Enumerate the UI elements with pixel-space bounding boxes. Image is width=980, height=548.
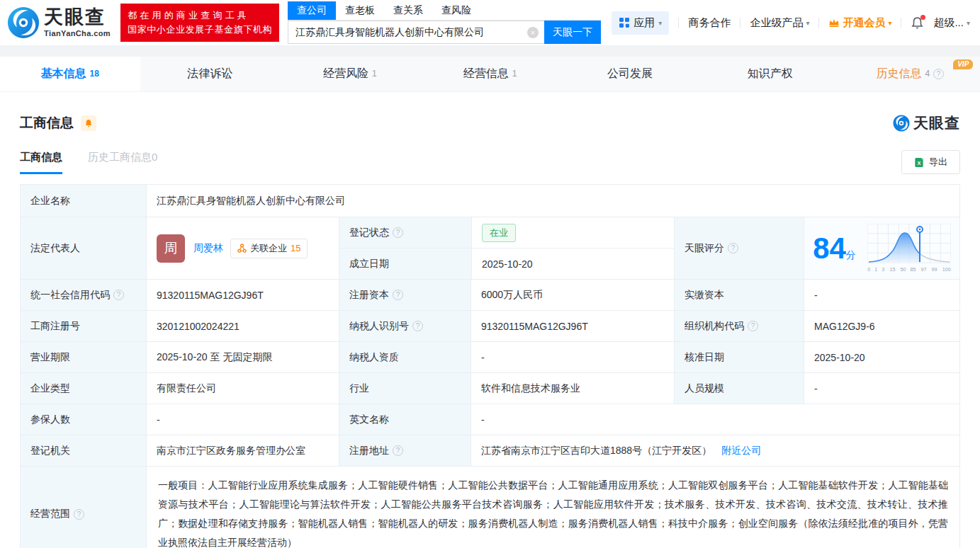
- field-label: 核准日期: [674, 342, 804, 372]
- main-content: 工商信息 天眼查 工商信息 历史工商信息0 X: [0, 113, 980, 548]
- help-icon[interactable]: ?: [113, 290, 124, 300]
- tab-label: 知识产权: [748, 67, 793, 81]
- axis-tick: 0: [867, 266, 870, 272]
- apps-grid-icon: [619, 17, 630, 28]
- field-label: 成立日期: [339, 249, 471, 279]
- field-label: 工商注册号: [21, 311, 146, 341]
- axis-tick: 100: [942, 266, 950, 272]
- tab-basic-info[interactable]: 基本信息 18: [0, 57, 140, 91]
- bell-icon: [84, 119, 93, 128]
- reg-address-cell: 江苏省南京市江宁区吉印大道1888号（江宁开发区） 附近公司: [471, 435, 959, 466]
- nav-open-vip[interactable]: 开通会员 ▾: [828, 16, 891, 30]
- subtab-count: 0: [152, 151, 157, 163]
- apps-label: 应用: [633, 16, 655, 30]
- tab-intellectual-property[interactable]: 知识产权: [700, 57, 840, 91]
- help-icon[interactable]: ?: [393, 290, 403, 300]
- search-tab-risk[interactable]: 查风险: [432, 1, 480, 20]
- avatar[interactable]: 周: [157, 234, 185, 263]
- axis-tick: 15: [889, 266, 895, 272]
- tab-label: 历史信息: [876, 67, 921, 81]
- help-icon[interactable]: ?: [748, 321, 758, 331]
- top-bar: 天眼查 TianYanCha.com 都在用的商业查询工具 国家中小企业发展子基…: [0, 0, 980, 45]
- crown-icon: [828, 18, 840, 28]
- tab-legal[interactable]: 法律诉讼: [140, 57, 281, 91]
- clear-search-icon[interactable]: ×: [527, 27, 539, 38]
- user-menu[interactable]: 超级... ▾: [933, 16, 970, 30]
- nearby-companies-link[interactable]: 附近公司: [721, 445, 761, 457]
- staff-size-value: -: [804, 373, 959, 404]
- nav-enterprise[interactable]: 企业级产品 ▾: [750, 16, 809, 30]
- table-row-company-type: 企业类型 有限责任公司 行业 软件和信息技术服务业 人员规模 -: [21, 372, 959, 404]
- search-row: × 天眼一下: [288, 21, 601, 44]
- promo-banner: 都在用的商业查询工具 国家中小企业发展子基金旗下机构: [120, 4, 279, 42]
- excel-icon: X: [914, 157, 924, 168]
- help-icon[interactable]: ?: [393, 227, 403, 238]
- apps-menu[interactable]: 应用 ▾: [612, 11, 669, 35]
- notification-dot: [920, 15, 925, 20]
- credit-code-value: 91320115MAG12GJ96T: [146, 280, 339, 310]
- industry-value: 软件和信息技术服务业: [471, 373, 674, 404]
- score-axis-labels: 0 1 3 15 50 85 97 99 100: [867, 266, 951, 273]
- export-button[interactable]: X 导出: [901, 150, 960, 174]
- field-label-text: 登记状态: [349, 227, 389, 239]
- help-icon[interactable]: ?: [412, 321, 423, 331]
- subscribe-bell-button[interactable]: [81, 115, 96, 131]
- tab-company-development[interactable]: 公司发展: [560, 57, 700, 91]
- field-label: 经营范围 ?: [21, 467, 146, 548]
- search-tabs: 查公司 查老板 查关系 查风险: [288, 1, 601, 21]
- page-gap-band: [0, 45, 980, 57]
- promo-line1: 都在用的商业查询工具: [128, 8, 272, 23]
- notifications-bell[interactable]: [911, 16, 924, 30]
- search-tab-boss[interactable]: 查老板: [336, 1, 384, 20]
- tab-history-info[interactable]: VIP 历史信息 4 ?: [840, 57, 980, 91]
- reg-capital-value: 6000万人民币: [471, 280, 674, 310]
- tab-operating-info[interactable]: 经营信息 1: [420, 57, 561, 91]
- field-label: 统一社会信用代码 ?: [21, 280, 146, 310]
- chevron-down-icon: ▾: [658, 19, 662, 27]
- business-info-table: 企业名称 江苏鼎汇具身智能机器人创新中心有限公司 法定代表人 周 周爱林 关联企…: [20, 184, 960, 548]
- related-companies-badge[interactable]: 关联企业 15: [230, 239, 308, 258]
- field-label: 登记状态 ?: [339, 217, 471, 248]
- axis-tick: 99: [931, 266, 937, 272]
- logo-swirl-icon: [7, 6, 40, 39]
- help-icon[interactable]: ?: [393, 445, 403, 456]
- section-header: 工商信息 天眼查: [20, 113, 960, 133]
- field-label-text: 组织机构代码: [685, 320, 744, 333]
- field-label: 组织机构代码 ?: [674, 311, 804, 341]
- field-label-text: 注册资本: [349, 289, 389, 302]
- search-button[interactable]: 天眼一下: [544, 21, 601, 44]
- business-term-value: 2025-10-20 至 无固定期限: [146, 342, 339, 372]
- search-tab-relation[interactable]: 查关系: [384, 1, 432, 20]
- help-icon[interactable]: ?: [74, 509, 84, 520]
- brand-name: 天眼查: [44, 8, 111, 27]
- help-icon[interactable]: ?: [728, 243, 738, 253]
- field-label: 企业名称: [21, 185, 146, 217]
- field-label: 实缴资本: [674, 280, 804, 310]
- tab-count: 4: [925, 69, 930, 79]
- tianyan-score-cell[interactable]: 84分: [804, 217, 959, 279]
- brand-domain: TianYanCha.com: [44, 30, 111, 38]
- org-code-value: MAG12GJ9-6: [804, 311, 959, 341]
- table-row-reg-authority: 登记机关 南京市江宁区政务服务管理办公室 注册地址 ? 江苏省南京市江宁区吉印大…: [21, 435, 959, 466]
- legal-rep-link[interactable]: 周爱林: [193, 242, 223, 255]
- business-scope-value: 一般项目：人工智能行业应用系统集成服务；人工智能硬件销售；人工智能公共数据平台；…: [146, 467, 959, 548]
- tianyancha-logo[interactable]: 天眼查 TianYanCha.com: [7, 6, 111, 39]
- status-date-column: 登记状态 ? 在业 成立日期 2025-10-20: [339, 217, 674, 279]
- tab-operating-risk[interactable]: 经营风险 1: [280, 57, 420, 91]
- subtab-history-business-info[interactable]: 历史工商信息0: [88, 151, 157, 174]
- relation-graph-icon: [237, 244, 247, 253]
- subtab-business-info[interactable]: 工商信息: [20, 151, 62, 174]
- field-label-text: 纳税人识别号: [349, 320, 409, 333]
- divider: [740, 18, 740, 28]
- field-label: 行业: [339, 373, 471, 404]
- nav-biz-coop[interactable]: 商务合作: [688, 16, 731, 30]
- search-input[interactable]: [288, 21, 544, 43]
- table-row-legal-rep: 法定代表人 周 周爱林 关联企业 15: [21, 217, 959, 279]
- score-curve: [867, 224, 951, 265]
- reg-status-value: 在业: [471, 217, 674, 248]
- tab-count: 1: [512, 69, 517, 79]
- search-tab-company[interactable]: 查公司: [288, 1, 336, 20]
- watermark-text: 天眼查: [913, 113, 960, 133]
- logo-swirl-icon: [893, 115, 910, 132]
- help-icon[interactable]: ?: [933, 69, 944, 79]
